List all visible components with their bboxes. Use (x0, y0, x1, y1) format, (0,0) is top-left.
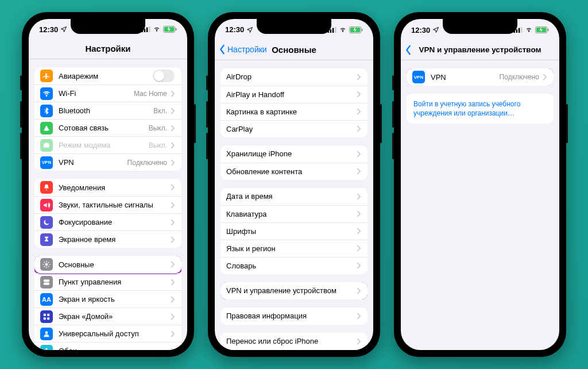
row-value: Подключено (127, 159, 167, 167)
row-dictionary[interactable]: Словарь (220, 257, 368, 274)
status-time: 12:30 (411, 26, 430, 34)
row-display[interactable]: AAЭкран и яркость (34, 290, 181, 308)
signal-icon (141, 26, 150, 32)
location-icon (246, 26, 253, 33)
chevron-right-icon (357, 262, 361, 269)
chevron-right-icon (171, 236, 175, 243)
row-home[interactable]: Экран «Домой» (34, 308, 181, 325)
row-general[interactable]: Основные (34, 256, 181, 273)
chevron-right-icon (171, 90, 175, 97)
wifi-icon (40, 87, 53, 100)
general-group-0: AirDropAirPlay и HandoffКартинка в карти… (220, 68, 368, 137)
svg-rect-26 (330, 29, 332, 33)
chevron-right-icon (171, 330, 175, 337)
row-vpn[interactable]: VPN VPN Подключено (407, 68, 554, 86)
flower-icon (40, 345, 53, 350)
row-wallpaper[interactable]: Обои (34, 342, 181, 350)
settings-group-0: АвиарежимWi-FiMac HomeBluetoothВкл.Сотов… (34, 67, 181, 171)
signin-link[interactable]: Войти в учетную запись учебного учрежден… (407, 94, 554, 124)
phone-mockup-3: 12:30 VPN и управление устройством VPN V… (394, 12, 566, 357)
row-label: Шрифты (226, 227, 357, 236)
row-accessibility[interactable]: Универсальный доступ (34, 325, 181, 342)
row-label: Правовая информация (226, 312, 357, 320)
row-focus[interactable]: Фокусирование (34, 213, 181, 230)
chevron-right-icon (171, 219, 175, 226)
svg-rect-35 (519, 28, 520, 33)
wifi-icon (525, 27, 533, 33)
signal-icon (327, 27, 336, 33)
row-carplay[interactable]: CarPlay (220, 120, 368, 137)
signin-label: Войти в учетную запись учебного учрежден… (413, 99, 547, 118)
row-airdrop[interactable]: AirDrop (220, 68, 368, 86)
svg-point-10 (45, 264, 48, 266)
svg-rect-1 (144, 29, 146, 32)
svg-rect-18 (47, 317, 49, 320)
chevron-right-icon (357, 193, 361, 200)
chevron-left-icon (218, 44, 226, 55)
row-label: Перенос или сброс iPhone (226, 337, 357, 345)
battery-icon (535, 26, 549, 33)
chevron-right-icon (171, 313, 175, 320)
row-label: Экран «Домой» (59, 312, 171, 321)
settings-list[interactable]: АвиарежимWi-FiMac HomeBluetoothВкл.Сотов… (29, 59, 187, 350)
row-legal[interactable]: Правовая информация (220, 308, 368, 325)
row-label: VPN (59, 158, 127, 167)
row-label: Wi-Fi (59, 89, 134, 98)
vpn-icon: VPN (40, 156, 53, 169)
row-bluetooth[interactable]: BluetoothВкл. (34, 102, 181, 119)
row-cellular[interactable]: Сотовая связьВыкл. (34, 119, 181, 136)
row-label: Основные (59, 260, 171, 269)
grid-icon (40, 310, 53, 323)
row-label: Язык и регион (226, 244, 357, 253)
chevron-right-icon (171, 142, 175, 149)
row-airplay[interactable]: AirPlay и Handoff (220, 86, 368, 103)
chevron-right-icon (543, 74, 547, 80)
row-sounds[interactable]: Звуки, тактильные сигналы (34, 196, 181, 213)
chevron-right-icon (357, 313, 361, 320)
row-fonts[interactable]: Шрифты (220, 222, 368, 240)
chevron-right-icon (357, 210, 361, 217)
gear-icon (40, 258, 53, 271)
row-vpn-device[interactable]: VPN и управление устройством (220, 282, 368, 299)
row-background-refresh[interactable]: Обновление контента (220, 163, 368, 180)
chevron-right-icon (357, 125, 361, 132)
row-pip[interactable]: Картинка в картинке (220, 103, 368, 120)
row-datetime[interactable]: Дата и время (220, 188, 368, 205)
svg-rect-36 (521, 27, 523, 33)
row-hotspot[interactable]: Режим модемаВыкл. (34, 136, 181, 153)
row-wifi[interactable]: Wi-FiMac Home (34, 84, 181, 102)
row-reset[interactable]: Перенос или сброс iPhone (220, 333, 368, 350)
row-airplane[interactable]: Авиарежим (34, 67, 181, 84)
row-screentime[interactable]: Экранное время (34, 230, 181, 248)
chevron-right-icon (357, 91, 361, 98)
row-vpn[interactable]: VPNVPNПодключено (34, 153, 181, 171)
location-icon (432, 26, 439, 33)
back-button[interactable]: Настройки (218, 44, 267, 55)
back-button[interactable] (404, 45, 412, 55)
row-value: Mac Home (134, 90, 167, 98)
row-label: Bluetooth (59, 106, 153, 115)
row-label: Пункт управления (59, 278, 171, 286)
general-list[interactable]: AirDropAirPlay и HandoffКартинка в карти… (215, 60, 373, 351)
wifi-icon (153, 26, 161, 32)
row-keyboard[interactable]: Клавиатура (220, 205, 368, 222)
antenna-icon (40, 122, 53, 134)
svg-rect-27 (332, 28, 334, 32)
vpn-group: VPN VPN Подключено (407, 68, 554, 86)
svg-rect-34 (516, 29, 518, 33)
row-label: Экранное время (59, 235, 171, 244)
row-language-region[interactable]: Язык и регион (220, 240, 368, 257)
row-notifications[interactable]: Уведомления (34, 179, 181, 196)
bell-icon (40, 181, 53, 194)
svg-rect-15 (44, 314, 46, 316)
row-control-center[interactable]: Пункт управления (34, 273, 181, 290)
chevron-right-icon (171, 107, 175, 114)
row-label: Универсальный доступ (59, 329, 171, 338)
row-storage[interactable]: Хранилище iPhone (220, 145, 368, 163)
row-label: VPN (431, 73, 500, 82)
navbar: Настройки Основные (215, 40, 373, 60)
row-label: AirDrop (226, 72, 357, 81)
toggle[interactable] (153, 70, 175, 82)
vpn-list[interactable]: VPN VPN Подключено Войти в учетную запис… (401, 60, 559, 350)
chevron-right-icon (357, 245, 361, 252)
